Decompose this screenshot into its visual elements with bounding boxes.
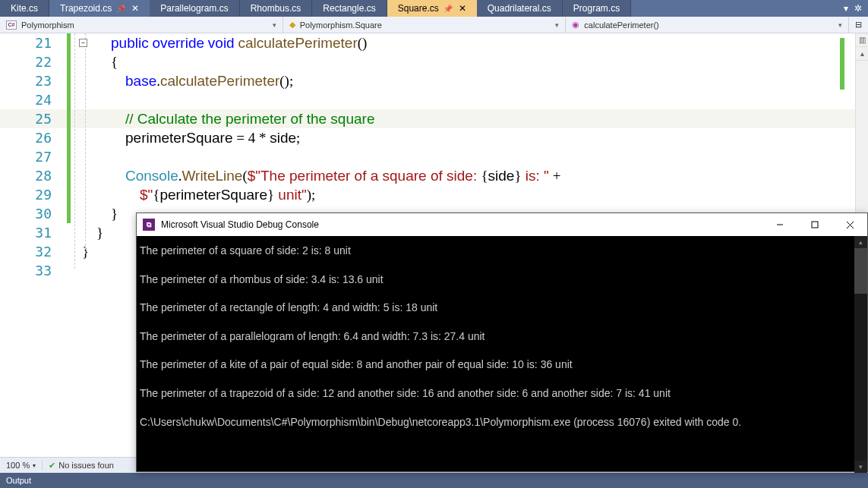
line-number: 23 [0,73,67,89]
output-label: Output [6,476,31,485]
code-text[interactable]: base.calculatePerimeter(); [67,73,293,90]
pin-icon[interactable]: 📌 [443,5,453,13]
tab-label: Rhombus.cs [251,3,301,14]
code-line[interactable]: 24 [0,90,868,109]
zoom-control[interactable]: 100 % ▾ [0,461,42,470]
tab-label: Trapezoid.cs [60,3,112,14]
minimize-button[interactable] [762,213,797,236]
zoom-value: 100 % [6,461,30,470]
console-output[interactable]: The perimeter of a square of side: 2 is:… [137,236,867,473]
line-number: 29 [0,187,67,203]
tab-rhombus[interactable]: Rhombus.cs [240,0,313,17]
line-number: 24 [0,92,67,108]
vs-logo-icon: ⧉ [143,219,155,231]
tab-label: Quadrilateral.cs [488,3,551,14]
overview-change-marker [840,38,844,76]
nav-class-label: Polymorphism.Square [300,20,382,30]
console-line: C:\Users\chukw\Documents\C#\Polymorphism… [140,415,864,430]
scroll-down-icon[interactable]: ▾ [854,461,867,473]
document-tabs: Kite.csTrapezoid.cs📌✕Parallelogram.csRho… [0,0,868,17]
split-icon: ⊟ [855,20,862,30]
line-number: 28 [0,168,67,184]
output-panel-tab[interactable]: Output [0,473,868,488]
line-number: 33 [0,263,67,279]
line-number: 26 [0,130,67,146]
code-text[interactable]: Console.WriteLine($"The perimeter of a s… [67,168,560,184]
tab-parallelogram[interactable]: Parallelogram.cs [150,0,239,17]
change-indicator [67,33,71,223]
scroll-up-icon[interactable]: ▴ [854,236,867,248]
line-number: 22 [0,54,67,70]
tab-rectangle[interactable]: Rectangle.cs [312,0,387,17]
console-line: The perimeter of a square of side: 2 is:… [140,244,864,259]
code-text[interactable]: $"{perimeterSquare} unit"); [67,187,315,203]
line-number: 25 [0,111,67,127]
csharp-icon: C# [6,20,17,30]
split-toggle-icon[interactable]: ▥ [856,33,868,47]
code-nav-bar: C# Polymorphism ▾ ◆ Polymorphism.Square … [0,17,868,33]
nav-class-dropdown[interactable]: ◆ Polymorphism.Square ▾ [283,17,567,33]
fold-guide [74,33,75,269]
nav-member-dropdown[interactable]: ◉ calculatePerimeter() ▾ [566,17,849,33]
scrollbar-thumb[interactable] [854,248,867,294]
chevron-down-icon: ▾ [555,21,559,29]
code-line[interactable]: 23 base.calculatePerimeter(); [0,71,868,90]
nav-project-label: Polymorphism [21,20,74,30]
line-number: 32 [0,244,67,260]
pin-icon[interactable]: 📌 [116,5,125,13]
debug-console-window: ⧉ Microsoft Visual Studio Debug Console … [136,213,868,472]
tab-settings-icon[interactable]: ✲ [854,3,862,14]
tab-kite[interactable]: Kite.cs [0,0,49,17]
scroll-up-icon[interactable]: ▴ [856,47,868,61]
fold-guide [85,33,86,253]
tab-program[interactable]: Program.cs [563,0,631,17]
code-text[interactable]: public override void calculatePerimeter(… [67,35,367,52]
split-view-button[interactable]: ⊟ [849,17,868,33]
line-number: 30 [0,206,67,222]
console-line: The perimeter of a parallelogram of leng… [140,329,864,345]
overview-change-marker [840,76,844,90]
code-line[interactable]: 25 // Calculate the perimeter of the squ… [0,109,868,128]
tab-trapezoid[interactable]: Trapezoid.cs📌✕ [49,0,150,17]
code-line[interactable]: 26 perimeterSquare = 4 * side; [0,128,868,147]
console-scrollbar[interactable]: ▴ ▾ [854,236,867,473]
issues-indicator[interactable]: ✔ No issues foun [42,461,120,471]
code-text[interactable]: // Calculate the perimeter of the square [67,111,374,128]
console-line: The perimeter of a kite of a pair of equ… [140,357,864,373]
line-number: 27 [0,149,67,165]
maximize-button[interactable] [797,213,832,236]
code-line[interactable]: 29 $"{perimeterSquare} unit"); [0,185,868,204]
fold-toggle[interactable]: − [79,39,87,47]
code-line[interactable]: 27 [0,147,868,166]
code-line[interactable]: 21 public override void calculatePerimet… [0,33,868,52]
tab-square[interactable]: Square.cs📌✕ [387,0,477,17]
code-line[interactable]: 28 Console.WriteLine($"The perimeter of … [0,166,868,185]
close-button[interactable] [832,213,867,236]
console-title-text: Microsoft Visual Studio Debug Console [161,219,319,230]
method-icon: ◉ [572,20,579,30]
tab-label: Parallelogram.cs [160,3,228,14]
console-titlebar[interactable]: ⧉ Microsoft Visual Studio Debug Console [137,213,867,236]
svg-rect-1 [812,222,818,228]
code-line[interactable]: 22 { [0,52,868,71]
class-icon: ◆ [289,20,295,30]
close-icon[interactable]: ✕ [131,3,139,14]
console-line: The perimeter of a rhombus of side: 3.4 … [140,272,864,288]
line-number: 21 [0,35,67,51]
close-icon[interactable]: ✕ [459,3,466,14]
tab-label: Square.cs [398,3,439,14]
tab-label: Kite.cs [11,3,38,14]
tabs-overflow-controls: ▾ ✲ [838,0,868,17]
nav-member-label: calculatePerimeter() [584,20,658,30]
chevron-down-icon: ▾ [273,21,276,29]
line-number: 31 [0,225,67,241]
check-icon: ✔ [49,461,55,471]
nav-project-dropdown[interactable]: C# Polymorphism ▾ [0,17,283,33]
chevron-down-icon: ▾ [33,462,36,469]
tab-label: Rectangle.cs [323,3,375,14]
console-line: The perimeter of a trapezoid of a side: … [140,386,864,401]
tab-dropdown-icon[interactable]: ▾ [844,3,848,14]
tab-quadrilateral[interactable]: Quadrilateral.cs [477,0,563,17]
code-text[interactable]: perimeterSquare = 4 * side; [67,130,300,146]
console-line: The perimeter of a rectangle of length: … [140,301,864,316]
